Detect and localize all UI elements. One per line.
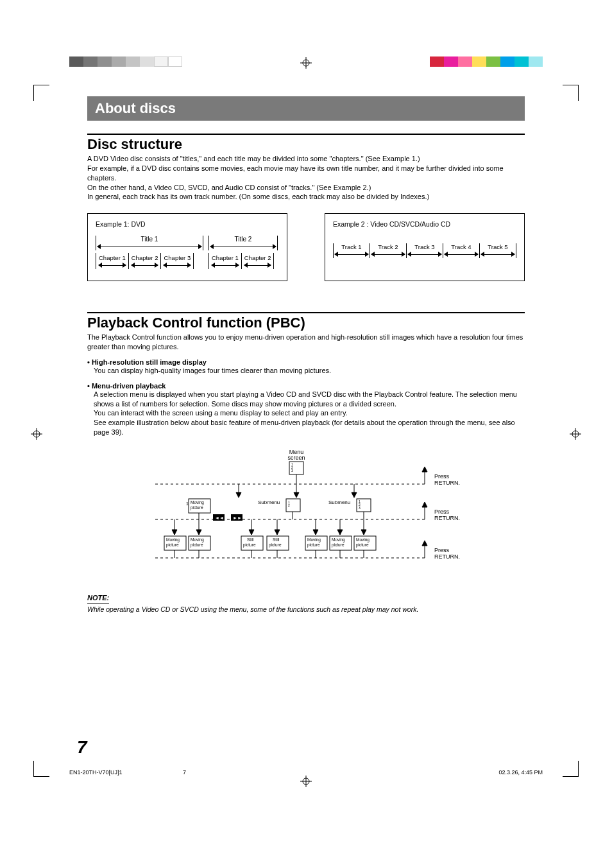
- next-icon: ►►: [233, 516, 242, 520]
- bullet-title: • Menu-driven playback: [87, 382, 525, 390]
- svg-marker-16: [422, 467, 427, 472]
- title-label: Title 2: [210, 236, 276, 243]
- paragraph: A DVD Video disc consists of "titles," a…: [87, 155, 420, 162]
- section-title-pbc: Playback Control function (PBC): [87, 315, 525, 331]
- footer-right: 02.3.26, 4:45 PM: [498, 769, 543, 776]
- moving-picture-box: Movingpicture: [307, 537, 321, 548]
- diagram-title: Example 1: DVD: [96, 220, 279, 228]
- svg-marker-38: [172, 530, 177, 535]
- chapter-label: Chapter 2: [244, 254, 271, 261]
- crop-corner: [563, 85, 579, 101]
- svg-marker-48: [337, 530, 343, 535]
- number-label: 1: [186, 501, 189, 506]
- grayscale-strip: [69, 56, 182, 67]
- divider: [87, 312, 525, 313]
- svg-marker-18: [422, 502, 427, 507]
- dvd-example-diagram: Example 1: DVD Title 1 Chapter 1 Chapter…: [87, 213, 287, 281]
- title-label: Title 1: [98, 236, 201, 243]
- bullet-title: • High-resolution still image display: [87, 358, 525, 366]
- chapter-label: Chapter 3: [164, 254, 191, 261]
- svg-marker-44: [275, 530, 280, 535]
- svg-marker-40: [196, 530, 201, 535]
- banner-title: About discs: [87, 96, 525, 121]
- footer-mid: 7: [183, 769, 186, 776]
- svg-marker-24: [236, 492, 241, 498]
- footer: EN1-20TH-V70[UJ]1 7 02.3.26, 4:45 PM: [69, 769, 543, 776]
- track-label: Track 4: [451, 243, 471, 250]
- svg-marker-50: [361, 530, 366, 535]
- registration-mark-icon: [300, 57, 312, 69]
- svg-marker-28: [352, 492, 357, 498]
- divider: [87, 134, 525, 135]
- track-label: Track 5: [488, 243, 507, 250]
- svg-marker-42: [249, 530, 254, 535]
- paragraph: On the other hand, a Video CD, SVCD, and…: [87, 184, 371, 191]
- chapter-label: Chapter 2: [132, 254, 158, 261]
- paragraph: For example, if a DVD disc contains some…: [87, 164, 504, 182]
- moving-picture-box: Movingpicture: [191, 500, 204, 510]
- crop-corner: [33, 85, 49, 101]
- registration-mark-icon: [570, 428, 581, 440]
- paragraph: You can interact with the screen using a…: [94, 409, 348, 417]
- note-title: NOTE:: [87, 594, 109, 602]
- submenu-label: Submenu: [258, 499, 280, 505]
- moving-picture-box: Movingpicture: [191, 537, 204, 548]
- press-return-label: PressRETURN.: [434, 547, 460, 560]
- cd-example-diagram: Example 2 : Video CD/SVCD/Audio CD Track…: [325, 213, 525, 281]
- footer-left: EN1-20TH-V70[UJ]1: [69, 769, 123, 776]
- track-label: Track 3: [414, 243, 434, 250]
- paragraph: A selection menu is displayed when you s…: [94, 390, 517, 408]
- chapter-label: Chapter 1: [99, 254, 126, 261]
- menu-screen-label: Menuscreen: [287, 449, 305, 461]
- press-return-label: PressRETURN.: [434, 473, 460, 486]
- svg-marker-20: [422, 541, 427, 546]
- paragraph: In general, each track has its own track…: [87, 193, 429, 200]
- registration-mark-icon: [300, 776, 312, 787]
- crop-corner: [33, 761, 49, 777]
- track-label: Track 1: [341, 243, 361, 250]
- press-return-label: PressRETURN.: [434, 508, 460, 521]
- chapter-label: Chapter 1: [212, 254, 239, 261]
- moving-picture-box: Movingpicture: [356, 537, 370, 548]
- submenu-items: 123: [359, 499, 361, 510]
- pbc-flow-diagram: PressRETURN. PressRETURN. PressRETURN. M…: [149, 449, 463, 577]
- prev-icon: ◄◄: [215, 516, 224, 520]
- submenu-label: Submenu: [328, 499, 350, 505]
- color-strip: [430, 56, 543, 67]
- submenu-items: 12: [288, 500, 290, 507]
- body-text: A DVD Video disc consists of "titles," a…: [87, 154, 525, 202]
- paragraph: See example illustration below about bas…: [94, 419, 515, 436]
- moving-picture-box: Movingpicture: [166, 537, 180, 548]
- diagram-title: Example 2 : Video CD/SVCD/Audio CD: [333, 220, 516, 228]
- moving-picture-box: Movingpicture: [332, 537, 345, 548]
- body-text: The Playback Control function allows you…: [87, 333, 525, 352]
- registration-mark-icon: [31, 428, 42, 440]
- menu-items: 123: [291, 462, 293, 473]
- track-label: Track 2: [378, 243, 398, 250]
- body-text: A selection menu is displayed when you s…: [94, 390, 525, 437]
- crop-corner: [563, 761, 579, 777]
- note-text: While operating a Video CD or SVCD using…: [87, 605, 525, 613]
- page-number: 7: [77, 737, 87, 758]
- body-text: You can display high-quality images four…: [94, 366, 525, 376]
- svg-marker-46: [313, 530, 318, 535]
- svg-marker-26: [294, 492, 299, 498]
- section-title-disc-structure: Disc structure: [87, 136, 525, 153]
